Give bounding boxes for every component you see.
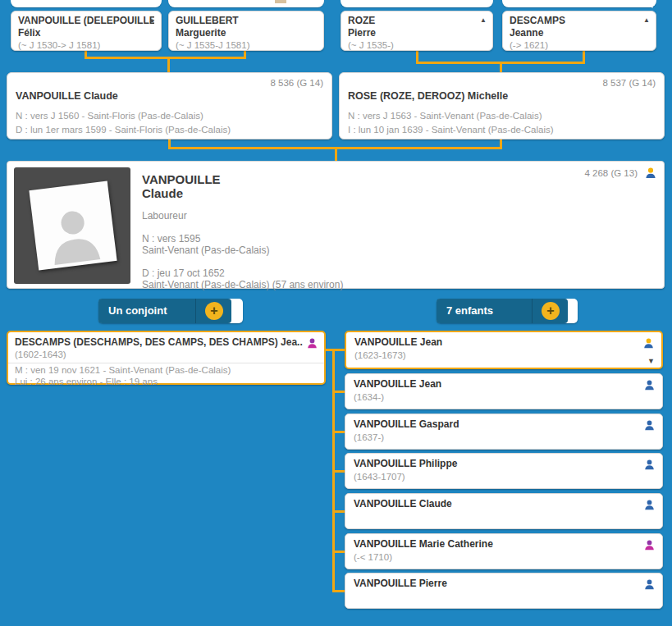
- person-name: VANPOUILLE Gaspard: [354, 418, 459, 430]
- connector-line: [333, 431, 345, 433]
- clipped-accent: [275, 0, 286, 3]
- sosa-person-icon: [642, 337, 655, 350]
- connector-line: [333, 590, 345, 592]
- person-given-name: Pierre: [348, 27, 486, 39]
- connector-line: [500, 62, 502, 73]
- collapse-icon[interactable]: ▲: [149, 16, 155, 25]
- portrait-polaroid: [29, 181, 117, 271]
- child-card[interactable]: VANPOUILLE Claude: [345, 493, 663, 529]
- ancestor-card-descamps-jeanne[interactable]: DESCAMPS Jeanne (-> 1621) ▲: [502, 11, 656, 51]
- person-icon-male: [643, 459, 656, 471]
- child-card[interactable]: VANPOUILLE Pierre: [345, 573, 663, 609]
- person-name: VANPOUILLE Jean: [354, 336, 442, 348]
- connector-line: [333, 470, 345, 473]
- clipped-ancestor-card: [168, 0, 324, 7]
- header-divider: [532, 299, 533, 323]
- person-dates: (-> 1621): [510, 39, 649, 52]
- person-dates: (~ J 1535-J 1581): [176, 39, 317, 52]
- person-name: DESCAMPS (DESCHAMPS, DES CAMPS, DES CHAM…: [15, 336, 303, 348]
- person-given-name: Jeanne: [510, 27, 649, 39]
- person-name: VANPOUILLE Marie Catherine: [354, 538, 493, 550]
- marriage-ages-line: Lui : 26 ans environ - Elle : 19 ans: [15, 377, 158, 386]
- sosa-number: 4 268 (G 13): [584, 168, 638, 178]
- birth-place: Saint-Venant (Pas-de-Calais): [142, 244, 269, 256]
- connector-line: [85, 57, 246, 59]
- person-surname: GUILLEBERT: [176, 15, 317, 27]
- person-dates: (1637-): [354, 432, 384, 442]
- child-card[interactable]: VANPOUILLE Jean (1623-1673) ▼: [345, 331, 663, 369]
- marriage-line: M : ven 19 nov 1621 - Saint-Venant (Pas-…: [15, 365, 231, 375]
- person-name: ROSE (ROZE, DEROOZ) Michelle: [348, 90, 508, 102]
- add-spouse-button[interactable]: +: [205, 302, 223, 320]
- person-given-name: Marguerite: [176, 27, 317, 39]
- person-name: VANPOUILLE Philippe: [354, 458, 457, 469]
- portrait-placeholder[interactable]: [14, 167, 130, 284]
- focus-person-card[interactable]: VANPOUILLE Claude Laboureur N : vers 159…: [7, 161, 665, 289]
- burial-line: I : lun 10 jan 1639 - Saint-Venant (Pas-…: [348, 125, 554, 135]
- person-name: VANPOUILLE Jean: [354, 378, 441, 390]
- person-surname: ROZE: [348, 15, 486, 27]
- connector-line: [333, 510, 345, 513]
- person-name: VANPOUILLE Claude: [16, 90, 118, 102]
- clipped-ancestor-card: [11, 0, 162, 7]
- person-silhouette-icon: [39, 196, 110, 269]
- person-icon-male: [643, 499, 656, 511]
- expand-icon[interactable]: ▼: [647, 357, 655, 365]
- person-surname: DESCAMPS: [510, 15, 649, 27]
- sosa-person-icon[interactable]: [644, 167, 657, 180]
- person-dates: (1643-1707): [354, 472, 405, 482]
- connector-line: [335, 147, 337, 161]
- ancestor-card-roze-pierre[interactable]: ROZE Pierre (~ J 1535-) ▲: [341, 11, 493, 51]
- person-dates: (~ J 1535-): [348, 39, 486, 52]
- person-name: VANPOUILLE Pierre: [354, 578, 447, 589]
- sosa-number: 8 536 (G 14): [270, 78, 323, 88]
- add-child-button[interactable]: +: [542, 302, 560, 320]
- birth-line: N : vers J 1563 - Saint-Venant (Pas-de-C…: [348, 111, 542, 121]
- person-icon-female: [306, 337, 318, 350]
- person-icon-male: [643, 379, 656, 391]
- filter-icon[interactable]: [645, 0, 658, 9]
- connector-line: [167, 57, 170, 73]
- person-surname: VANPOUILLE (DELEPOUILLE,...: [18, 15, 154, 27]
- ancestor-card-vanpouille-felix[interactable]: VANPOUILLE (DELEPOUILLE,... Félix (~ J 1…: [11, 11, 162, 51]
- connector-line: [333, 551, 345, 553]
- spouses-header[interactable]: Un conjoint +: [98, 299, 231, 323]
- spouse-card-descamps-jeanne[interactable]: DESCAMPS (DESCHAMPS, DES CAMPS, DES CHAM…: [7, 331, 326, 385]
- clipped-ancestor-card: [341, 0, 493, 7]
- collapse-icon[interactable]: ▲: [480, 16, 487, 25]
- child-card[interactable]: VANPOUILLE Marie Catherine (-< 1710): [345, 533, 663, 569]
- person-surname: VANPOUILLE: [142, 172, 221, 186]
- person-name: VANPOUILLE Claude: [354, 498, 452, 509]
- person-icon-female: [643, 539, 656, 551]
- divider: [8, 363, 324, 363]
- ancestor-card-guillebert-marguerite[interactable]: GUILLEBERT Marguerite (~ J 1535-J 1581): [168, 11, 324, 51]
- sosa-number: 8 537 (G 14): [602, 78, 656, 88]
- person-icon-male: [643, 419, 656, 432]
- person-given-name: Félix: [18, 27, 154, 39]
- child-card[interactable]: VANPOUILLE Jean (1634-): [345, 373, 663, 409]
- mother-card-rose-michelle[interactable]: 8 537 (G 14) ROSE (ROZE, DEROOZ) Michell…: [339, 72, 665, 139]
- connector-line: [333, 391, 345, 393]
- person-dates: (1623-1673): [354, 350, 406, 360]
- birth-line: N : vers 1595: [142, 233, 200, 244]
- child-card[interactable]: VANPOUILLE Gaspard (1637-): [345, 414, 663, 450]
- person-icon-male: [643, 578, 656, 591]
- family-tree-view: VANPOUILLE (DELEPOUILLE,... Félix (~ J 1…: [0, 0, 672, 626]
- person-dates: (1602-1643): [15, 350, 66, 359]
- children-header[interactable]: 7 enfants +: [437, 299, 568, 323]
- death-line: D : jeu 17 oct 1652: [142, 267, 225, 279]
- person-given-name: Claude: [142, 186, 183, 200]
- connector-line: [333, 349, 345, 351]
- clipped-ancestor-card: [502, 0, 656, 7]
- person-dates: (~ J 1530-> J 1581): [18, 39, 154, 52]
- person-dates: (-< 1710): [354, 552, 392, 562]
- person-dates: (1634-): [354, 392, 384, 402]
- spouses-header-label: Un conjoint: [108, 304, 167, 317]
- header-divider: [195, 299, 196, 323]
- child-card[interactable]: VANPOUILLE Philippe (1643-1707): [345, 453, 663, 489]
- birth-line: N : vers J 1560 - Saint-Floris (Pas-de-C…: [16, 111, 203, 121]
- collapse-icon[interactable]: ▲: [643, 16, 650, 25]
- death-place: Saint-Venant (Pas-de-Calais) (57 ans env…: [142, 279, 343, 290]
- death-line: D : lun 1er mars 1599 - Saint-Floris (Pa…: [16, 125, 231, 135]
- father-card-vanpouille-claude[interactable]: 8 536 (G 14) VANPOUILLE Claude N : vers …: [7, 72, 332, 139]
